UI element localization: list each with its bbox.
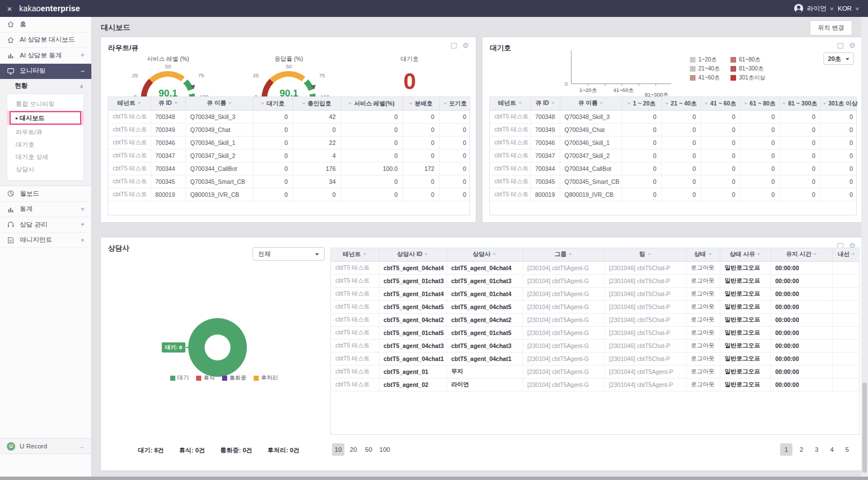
filter-icon[interactable] bbox=[665, 103, 668, 105]
table-row[interactable]: cbtT5 테스트 700345 Q700345_Smart_CB 0 34 0… bbox=[108, 175, 471, 188]
table-row[interactable]: cbtT5 테스트 700347 Q700347_Skill_2 0 4 0 0… bbox=[108, 149, 471, 162]
expand-plus-icon[interactable]: + bbox=[81, 236, 85, 244]
filter-icon[interactable] bbox=[348, 103, 352, 105]
col-status-reason[interactable]: 상태 사유 bbox=[720, 248, 770, 261]
filter-icon[interactable] bbox=[569, 253, 572, 256]
col-agent-name[interactable]: 상담사 bbox=[446, 248, 522, 261]
expand-plus-icon[interactable]: + bbox=[81, 51, 85, 59]
col-group[interactable]: 그룹 bbox=[522, 248, 604, 261]
table-row[interactable]: cbtT5 테스트 cbtT5_agent_04chat1 cbtT5_agen… bbox=[331, 352, 860, 365]
sidebar-item-ai-bot-stats[interactable]: AI 상담봇 통계 + bbox=[0, 48, 91, 64]
page-size-option[interactable]: 50 bbox=[362, 443, 375, 456]
col-queue-id[interactable]: 큐 ID bbox=[530, 97, 560, 110]
table-row[interactable]: cbtT5 테스트 700346 Q700346_Skill_1 0 22 0 … bbox=[108, 136, 471, 149]
page-size-option[interactable]: 100 bbox=[378, 443, 392, 456]
submenu-item-waiting-calls-detail[interactable]: 대기호 상세 bbox=[7, 151, 83, 163]
filter-icon[interactable] bbox=[551, 102, 555, 104]
filter-icon[interactable] bbox=[174, 102, 178, 104]
table-row[interactable]: cbtT5 테스트 700349 Q700349_Chat 0 0 0 0 0 … bbox=[490, 123, 857, 136]
page-number[interactable]: 5 bbox=[841, 443, 853, 456]
filter-icon[interactable] bbox=[409, 103, 413, 105]
chevron-down-icon[interactable]: ∨ bbox=[855, 6, 860, 11]
table-row[interactable]: cbtT5 테스트 800019 Q800019_IVR_CB 0 0 0 0 … bbox=[108, 188, 471, 201]
col-61-80s[interactable]: 61 ~ 80초 bbox=[740, 97, 780, 110]
maximize-icon[interactable] bbox=[838, 43, 843, 49]
collapse-minus-icon[interactable]: − bbox=[81, 67, 85, 75]
col-service-level[interactable]: 서비스 레벨(%) bbox=[340, 97, 402, 110]
filter-icon[interactable] bbox=[823, 103, 826, 105]
col-duration[interactable]: 유지 시간 bbox=[770, 248, 832, 261]
submenu-group-status[interactable]: 현황 ∧ bbox=[0, 79, 91, 93]
submenu-item-route-queue[interactable]: 라우트/큐 bbox=[7, 126, 83, 138]
table-row[interactable]: cbtT5 테스트 cbtT5_agent_04chat5 cbtT5_agen… bbox=[331, 300, 860, 313]
table-row[interactable]: cbtT5 테스트 700348 Q700348_Skill_3 0 0 0 0… bbox=[490, 110, 857, 123]
table-row[interactable]: cbtT5 테스트 700348 Q700348_Skill_3 0 42 0 … bbox=[108, 110, 471, 123]
chevron-down-icon[interactable]: ∨ bbox=[830, 6, 834, 11]
col-tenant[interactable]: 테넌트 bbox=[490, 97, 530, 110]
filter-icon[interactable] bbox=[493, 253, 496, 256]
table-row[interactable]: cbtT5 테스트 700345 Q700345_Smart_CB 0 0 0 … bbox=[490, 175, 857, 188]
col-agent-id[interactable]: 상담사 ID bbox=[379, 248, 446, 261]
table-row[interactable]: cbtT5 테스트 cbtT5_agent_01chat5 cbtT5_agen… bbox=[331, 326, 860, 339]
col-extension[interactable]: 내선 bbox=[832, 248, 860, 261]
submenu-item-agents[interactable]: 상담사 bbox=[7, 163, 83, 175]
table-row[interactable]: cbtT5 테스트 cbtT5_agent_01chat4 cbtT5_agen… bbox=[331, 287, 860, 300]
filter-icon[interactable] bbox=[261, 103, 264, 105]
filter-icon[interactable] bbox=[813, 253, 817, 256]
col-distributed[interactable]: 분배호 bbox=[402, 97, 439, 110]
col-81-300s[interactable]: 81 ~ 300초 bbox=[780, 97, 820, 110]
filter-icon[interactable] bbox=[138, 102, 141, 104]
filter-icon[interactable] bbox=[852, 253, 855, 256]
horizontal-scrollbar[interactable] bbox=[0, 477, 868, 480]
gear-icon[interactable]: ⚙ bbox=[462, 43, 469, 49]
submenu-item-dashboard-selected[interactable]: ▸ 대시보드 bbox=[7, 111, 83, 125]
locale-selector[interactable]: KOR bbox=[838, 5, 852, 12]
gear-icon[interactable]: ⚙ bbox=[849, 43, 856, 49]
scrollbar-thumb[interactable] bbox=[862, 382, 867, 473]
page-size-option[interactable]: 20 bbox=[347, 443, 360, 456]
sidebar-item-stats[interactable]: 통계 + bbox=[0, 202, 91, 218]
expand-plus-icon[interactable]: + bbox=[81, 205, 85, 213]
filter-icon[interactable] bbox=[444, 103, 447, 105]
filter-icon[interactable] bbox=[757, 253, 760, 256]
close-icon[interactable]: × bbox=[0, 4, 19, 14]
page-number[interactable]: 2 bbox=[795, 443, 808, 456]
table-row[interactable]: cbtT5 테스트 700344 Q700344_CallBot 0 176 1… bbox=[108, 162, 471, 175]
filter-icon[interactable] bbox=[648, 253, 651, 256]
col-team[interactable]: 팀 bbox=[604, 248, 686, 261]
table-row[interactable]: cbtT5 테스트 700344 Q700344_CallBot 0 0 0 0… bbox=[490, 162, 857, 175]
col-queue-name[interactable]: 큐 이름 bbox=[185, 97, 253, 110]
table-row[interactable]: cbtT5 테스트 700349 Q700349_Chat 0 0 0 0 0 bbox=[108, 123, 471, 136]
col-queue-name[interactable]: 큐 이름 bbox=[560, 97, 622, 110]
sidebar-item-management[interactable]: 매니지먼트 + bbox=[0, 233, 91, 249]
col-waiting[interactable]: 대기호 bbox=[253, 97, 293, 110]
table-row[interactable]: cbtT5 테스트 cbtT5_agent_04chat4 cbtT5_agen… bbox=[331, 261, 860, 274]
agent-filter-dropdown[interactable]: 전체 ▼ bbox=[253, 247, 325, 261]
page-number[interactable]: 4 bbox=[826, 443, 838, 456]
filter-icon[interactable] bbox=[600, 102, 603, 104]
page-number[interactable]: 3 bbox=[811, 443, 823, 456]
table-row[interactable]: cbtT5 테스트 cbtT5_agent_01chat3 cbtT5_agen… bbox=[331, 274, 860, 287]
filter-icon[interactable] bbox=[363, 253, 366, 256]
filter-icon[interactable] bbox=[705, 103, 708, 105]
col-abandoned[interactable]: 포기호 bbox=[439, 97, 471, 110]
submenu-item-waiting-calls[interactable]: 대기호 bbox=[7, 138, 83, 151]
filter-icon[interactable] bbox=[744, 103, 747, 105]
filter-icon[interactable] bbox=[782, 103, 786, 105]
page-number[interactable]: 1 bbox=[780, 443, 792, 456]
col-total-inbound[interactable]: 총인입호 bbox=[293, 97, 340, 110]
filter-icon[interactable] bbox=[302, 103, 305, 105]
filter-icon[interactable] bbox=[228, 102, 232, 104]
col-41-60s[interactable]: 41 ~ 60초 bbox=[701, 97, 740, 110]
col-21-40s[interactable]: 21 ~ 40초 bbox=[661, 97, 701, 110]
col-tenant[interactable]: 테넌트 bbox=[108, 97, 150, 110]
chevron-up-icon[interactable]: ∧ bbox=[79, 83, 83, 89]
table-row[interactable]: cbtT5 테스트 cbtT5_agent_02 라이언 [230104] cb… bbox=[331, 378, 860, 391]
sidebar-item-ai-bot-dashboard[interactable]: AI 상담봇 대시보드 bbox=[0, 33, 91, 49]
page-size-option[interactable]: 10 bbox=[332, 443, 344, 456]
u-record-link[interactable]: U U Record → bbox=[0, 438, 91, 454]
col-tenant[interactable]: 테넌트 bbox=[331, 248, 379, 261]
filter-icon[interactable] bbox=[627, 103, 631, 105]
change-location-button[interactable]: 위치 변경 bbox=[810, 20, 852, 36]
table-row[interactable]: cbtT5 테스트 cbtT5_agent_01 무지 [230104] cbt… bbox=[331, 365, 860, 378]
